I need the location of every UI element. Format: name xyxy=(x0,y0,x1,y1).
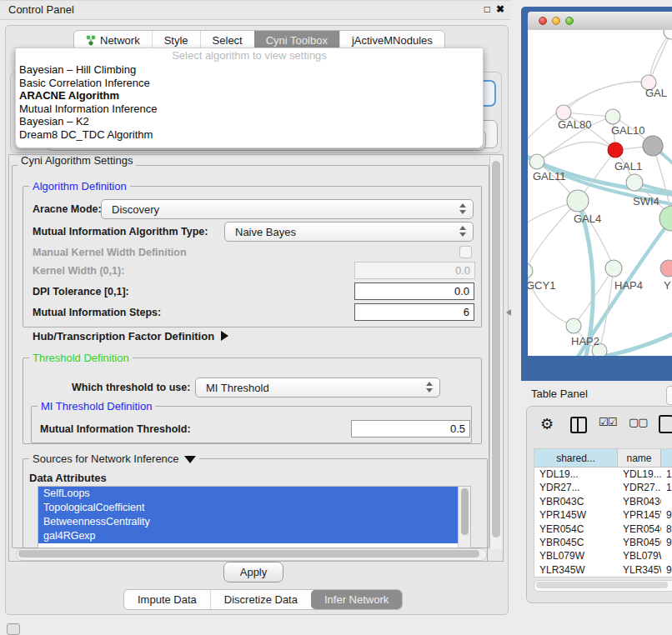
table-hscroll-thumb[interactable] xyxy=(536,582,668,588)
tab-network-label: Network xyxy=(100,34,140,47)
control-panel-titlebar: Control Panel □ ✖ xyxy=(0,0,510,20)
cell: 8. xyxy=(661,522,672,536)
stepper-arrows-icon xyxy=(426,382,433,392)
table-toolbar: ⚙ ☑☑ ▢▢ xyxy=(527,413,672,438)
network-icon xyxy=(86,35,96,46)
export-table-icon[interactable] xyxy=(659,415,672,433)
stepper-arrows-icon xyxy=(459,226,466,237)
node-gcy1[interactable] xyxy=(528,263,533,278)
list-item[interactable]: TopologicalCoefficient xyxy=(38,501,464,515)
settings-vscroll-thumb[interactable] xyxy=(492,161,500,538)
list-item[interactable]: SelfLoops xyxy=(38,487,464,501)
edge xyxy=(649,32,671,82)
node-swi4[interactable] xyxy=(626,174,643,191)
node[interactable] xyxy=(659,206,672,231)
column-header-name[interactable]: name xyxy=(618,449,661,467)
tab-impute-data[interactable]: Impute Data xyxy=(124,590,210,609)
node-label: GAL10 xyxy=(611,124,644,137)
panel-splitter-collapse-icon[interactable] xyxy=(506,309,511,316)
network-canvas[interactable]: GAL GAL80 GAL10 GAL1 GAL11 SWI4 GAL4 GCY… xyxy=(528,30,672,356)
table-row[interactable]: YLR345WYLR345W9. xyxy=(534,563,672,577)
settings-horizontal-scrollbar[interactable] xyxy=(16,548,487,561)
sources-title: Sources for Network Inference xyxy=(33,452,179,465)
node[interactable] xyxy=(643,136,663,156)
cell: 9. xyxy=(661,536,672,549)
gear-icon[interactable]: ⚙ xyxy=(540,415,554,433)
mi-threshold-field[interactable] xyxy=(351,420,470,438)
bottom-tabbar: Impute Data Discretize Data Infer Networ… xyxy=(123,589,403,610)
list-scrollbar[interactable] xyxy=(458,487,470,548)
table-row[interactable]: YBR045CYBR045C9. xyxy=(534,536,672,549)
dropdown-item[interactable]: Bayesian – K2 xyxy=(16,115,483,128)
node-gal1-selected[interactable] xyxy=(608,142,623,158)
mi-algorithm-type-label: Mutual Information Algorithm Type: xyxy=(33,226,208,238)
aracne-mode-label: Aracne Mode: xyxy=(33,203,102,215)
dropdown-item[interactable]: Basic Correlation Inference xyxy=(16,77,483,90)
table-row[interactable]: YBR043CYBR043C xyxy=(534,495,672,508)
which-threshold-combobox[interactable]: MI Threshold xyxy=(195,378,440,398)
close-icon[interactable]: ✖ xyxy=(496,3,504,15)
cell: YDL19... xyxy=(618,468,661,481)
float-window-icon[interactable]: □ xyxy=(484,3,490,15)
edge xyxy=(599,332,672,356)
stepper-arrows-icon xyxy=(459,203,466,214)
column-header-cut[interactable] xyxy=(661,449,672,467)
dropdown-item[interactable]: Mutual Information Inference xyxy=(16,102,483,116)
table-row[interactable]: YIL052CYIL052C9 xyxy=(534,577,672,578)
tab-infer-network-label: Infer Network xyxy=(324,593,389,606)
table-row[interactable]: YBL079WYBL079W xyxy=(534,549,672,562)
data-attributes-list[interactable]: SelfLoops TopologicalCoefficient Between… xyxy=(38,486,471,548)
node[interactable] xyxy=(664,30,672,39)
edge xyxy=(537,142,615,162)
manual-kernel-width-checkbox[interactable] xyxy=(459,246,472,258)
minimize-traffic-light[interactable] xyxy=(552,17,560,25)
select-all-columns-icon[interactable]: ☑☑ xyxy=(599,416,616,428)
table-row[interactable]: YDR27...YDR27...12 xyxy=(534,481,672,494)
aracne-mode-combobox[interactable]: Discovery xyxy=(101,199,474,219)
cell: 13 xyxy=(661,468,672,481)
columns-icon[interactable] xyxy=(570,417,587,433)
table-row[interactable]: YPR145WYPR145W9. xyxy=(534,508,672,522)
sources-expander[interactable]: Sources for Network Inference xyxy=(29,452,199,465)
bottom-mini-button[interactable] xyxy=(7,623,20,635)
column-header-shared-name[interactable]: shared... xyxy=(534,449,618,467)
list-item[interactable]: BetweennessCentrality xyxy=(38,515,464,529)
aracne-mode-value: Discovery xyxy=(112,203,159,216)
mi-algorithm-type-combobox[interactable]: Naive Bayes xyxy=(224,222,474,242)
apply-button[interactable]: Apply xyxy=(223,562,283,582)
cell: YDR27... xyxy=(534,481,618,494)
table-row[interactable]: YER054CYER054C8. xyxy=(534,522,672,536)
node-table[interactable]: shared... name YDL19...YDL19...13 YDR27.… xyxy=(534,448,672,578)
tab-discretize-data-label: Discretize Data xyxy=(224,593,298,606)
apply-button-label: Apply xyxy=(240,566,268,578)
network-window-titlebar[interactable] xyxy=(528,12,672,31)
dropdown-item[interactable]: Dream8 DC_TDC Algorithm xyxy=(16,128,483,142)
close-traffic-light[interactable] xyxy=(539,17,547,25)
deselect-all-columns-icon[interactable]: ▢▢ xyxy=(629,416,648,428)
hub-definition-expander[interactable]: Hub/Transcription Factor Definition xyxy=(33,330,228,342)
node[interactable] xyxy=(660,260,672,277)
cell: YIL052C xyxy=(618,577,661,578)
dropdown-item[interactable]: Bayesian – Hill Climbing xyxy=(16,63,483,77)
kernel-width-label: Kernel Width (0,1): xyxy=(33,265,124,277)
table-horizontal-scrollbar[interactable] xyxy=(534,580,672,592)
mi-steps-field[interactable] xyxy=(354,303,474,321)
table-row[interactable]: YDL19...YDL19...13 xyxy=(534,468,672,481)
node-gal11[interactable] xyxy=(529,154,544,169)
dpi-tolerance-field[interactable] xyxy=(354,282,474,300)
node-gal4[interactable] xyxy=(567,190,589,212)
node-hap2[interactable] xyxy=(566,318,581,333)
cell: 12 xyxy=(661,481,672,494)
tab-discretize-data[interactable]: Discretize Data xyxy=(210,590,311,609)
dropdown-item-selected[interactable]: ARACNE Algorithm xyxy=(16,89,483,102)
tab-infer-network[interactable]: Infer Network xyxy=(311,590,402,609)
mi-threshold-label: Mutual Information Threshold: xyxy=(40,423,191,435)
list-scrollbar-thumb[interactable] xyxy=(461,488,469,535)
kernel-width-field[interactable] xyxy=(354,262,475,279)
list-item[interactable]: gal4RGexp xyxy=(38,529,464,543)
zoom-traffic-light[interactable] xyxy=(565,17,574,25)
node-gal10[interactable] xyxy=(605,109,620,124)
node-hap4[interactable] xyxy=(605,260,622,277)
settings-vertical-scrollbar[interactable] xyxy=(489,156,503,549)
settings-hscroll-thumb[interactable] xyxy=(18,550,479,558)
